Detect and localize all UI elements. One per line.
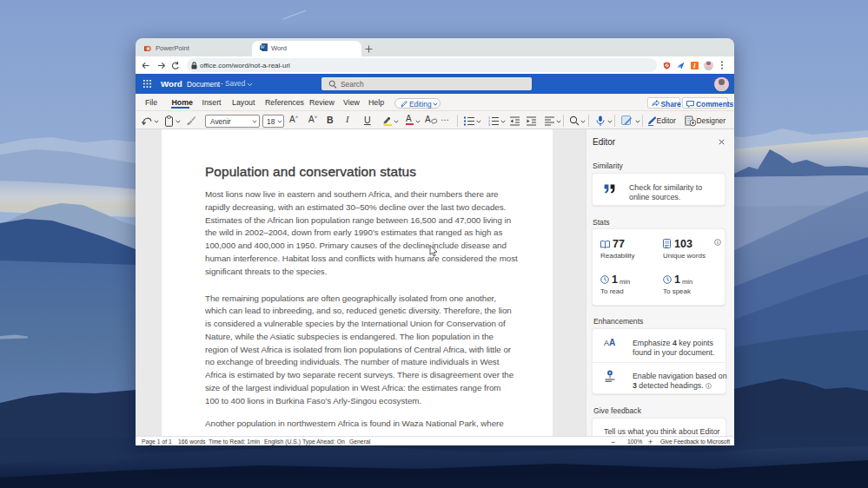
svg-text:3: 3 (488, 123, 490, 126)
